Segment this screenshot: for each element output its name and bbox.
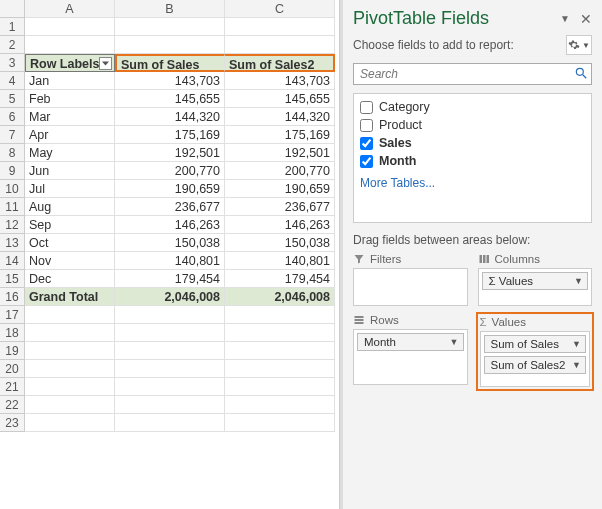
row-header[interactable]: 11 <box>0 198 25 216</box>
empty-cell[interactable] <box>225 324 335 342</box>
pivot-value[interactable]: 144,320 <box>225 108 335 126</box>
pivot-value[interactable]: 140,801 <box>225 252 335 270</box>
empty-cell[interactable] <box>225 378 335 396</box>
col-header-sales[interactable]: Sum of Sales <box>115 54 225 72</box>
pivot-row-label[interactable]: Dec <box>25 270 115 288</box>
empty-cell[interactable] <box>25 342 115 360</box>
field-checkbox[interactable] <box>360 101 373 114</box>
row-header[interactable]: 17 <box>0 306 25 324</box>
empty-cell[interactable] <box>25 414 115 432</box>
field-checkbox[interactable] <box>360 119 373 132</box>
close-icon[interactable]: ✕ <box>580 11 592 27</box>
row-header[interactable]: 4 <box>0 72 25 90</box>
pivot-row-label[interactable]: Aug <box>25 198 115 216</box>
field-item[interactable]: Product <box>360 118 585 132</box>
filters-area[interactable]: Filters <box>353 253 468 306</box>
col-header-sales2[interactable]: Sum of Sales2 <box>225 54 335 72</box>
empty-cell[interactable] <box>25 324 115 342</box>
empty-cell[interactable] <box>115 342 225 360</box>
column-header[interactable]: A <box>25 0 115 18</box>
field-item[interactable]: Month <box>360 154 585 168</box>
pivot-value[interactable]: 236,677 <box>115 198 225 216</box>
pivot-row-label[interactable]: Apr <box>25 126 115 144</box>
empty-cell[interactable] <box>115 306 225 324</box>
row-header[interactable]: 6 <box>0 108 25 126</box>
empty-cell[interactable] <box>225 396 335 414</box>
row-header[interactable]: 7 <box>0 126 25 144</box>
columns-area[interactable]: Columns Σ Values▼ <box>478 253 593 306</box>
empty-cell[interactable] <box>25 18 115 36</box>
empty-cell[interactable] <box>225 306 335 324</box>
pivot-row-label[interactable]: Sep <box>25 216 115 234</box>
values-pill[interactable]: Sum of Sales▼ <box>484 335 587 353</box>
row-header[interactable]: 13 <box>0 234 25 252</box>
pivot-row-label[interactable]: Oct <box>25 234 115 252</box>
column-header[interactable]: B <box>115 0 225 18</box>
empty-cell[interactable] <box>25 378 115 396</box>
field-checkbox[interactable] <box>360 155 373 168</box>
pivot-value[interactable]: 175,169 <box>225 126 335 144</box>
values-area[interactable]: ΣValues Sum of Sales▼Sum of Sales2▼ <box>478 314 593 389</box>
pivot-value[interactable]: 190,659 <box>115 180 225 198</box>
empty-cell[interactable] <box>225 414 335 432</box>
empty-cell[interactable] <box>115 396 225 414</box>
pivot-value[interactable]: 146,263 <box>115 216 225 234</box>
pivot-row-label[interactable]: Feb <box>25 90 115 108</box>
empty-cell[interactable] <box>115 414 225 432</box>
pivot-value[interactable]: 175,169 <box>115 126 225 144</box>
pivot-value[interactable]: 190,659 <box>225 180 335 198</box>
row-header[interactable]: 21 <box>0 378 25 396</box>
field-checkbox[interactable] <box>360 137 373 150</box>
row-labels-dropdown[interactable] <box>99 57 112 70</box>
search-icon[interactable] <box>574 66 588 83</box>
pivot-row-label[interactable]: Mar <box>25 108 115 126</box>
row-header[interactable]: 23 <box>0 414 25 432</box>
pivot-value[interactable]: 143,703 <box>225 72 335 90</box>
row-header[interactable]: 22 <box>0 396 25 414</box>
values-pill[interactable]: Sum of Sales2▼ <box>484 356 587 374</box>
empty-cell[interactable] <box>25 360 115 378</box>
empty-cell[interactable] <box>115 324 225 342</box>
empty-cell[interactable] <box>25 396 115 414</box>
pivot-row-label[interactable]: May <box>25 144 115 162</box>
row-header[interactable]: 14 <box>0 252 25 270</box>
pivot-value[interactable]: 200,770 <box>225 162 335 180</box>
grand-total-value[interactable]: 2,046,008 <box>225 288 335 306</box>
pivot-row-label[interactable]: Jul <box>25 180 115 198</box>
pivot-value[interactable]: 140,801 <box>115 252 225 270</box>
pivot-value[interactable]: 145,655 <box>115 90 225 108</box>
empty-cell[interactable] <box>225 18 335 36</box>
field-settings-button[interactable]: ▼ <box>566 35 592 55</box>
pivot-value[interactable]: 192,501 <box>225 144 335 162</box>
grand-total-label[interactable]: Grand Total <box>25 288 115 306</box>
row-header[interactable]: 2 <box>0 36 25 54</box>
row-header[interactable]: 18 <box>0 324 25 342</box>
row-labels-header[interactable]: Row Labels <box>25 54 115 72</box>
empty-cell[interactable] <box>115 18 225 36</box>
empty-cell[interactable] <box>225 360 335 378</box>
row-header[interactable]: 12 <box>0 216 25 234</box>
pivot-value[interactable]: 150,038 <box>115 234 225 252</box>
grand-total-value[interactable]: 2,046,008 <box>115 288 225 306</box>
pivot-row-label[interactable]: Nov <box>25 252 115 270</box>
search-input[interactable] <box>353 63 592 85</box>
row-header[interactable]: 20 <box>0 360 25 378</box>
empty-cell[interactable] <box>115 360 225 378</box>
pivot-row-label[interactable]: Jun <box>25 162 115 180</box>
empty-cell[interactable] <box>225 342 335 360</box>
row-header[interactable]: 8 <box>0 144 25 162</box>
column-header[interactable]: C <box>225 0 335 18</box>
row-header[interactable]: 9 <box>0 162 25 180</box>
pivot-value[interactable]: 179,454 <box>225 270 335 288</box>
pivot-value[interactable]: 179,454 <box>115 270 225 288</box>
pivot-value[interactable]: 146,263 <box>225 216 335 234</box>
pivot-value[interactable]: 236,677 <box>225 198 335 216</box>
columns-pill-values[interactable]: Σ Values▼ <box>482 272 589 290</box>
pane-menu-caret-icon[interactable]: ▼ <box>560 13 570 24</box>
row-header[interactable]: 16 <box>0 288 25 306</box>
empty-cell[interactable] <box>115 36 225 54</box>
row-header[interactable]: 1 <box>0 18 25 36</box>
row-header[interactable]: 5 <box>0 90 25 108</box>
empty-cell[interactable] <box>25 36 115 54</box>
row-header[interactable]: 19 <box>0 342 25 360</box>
